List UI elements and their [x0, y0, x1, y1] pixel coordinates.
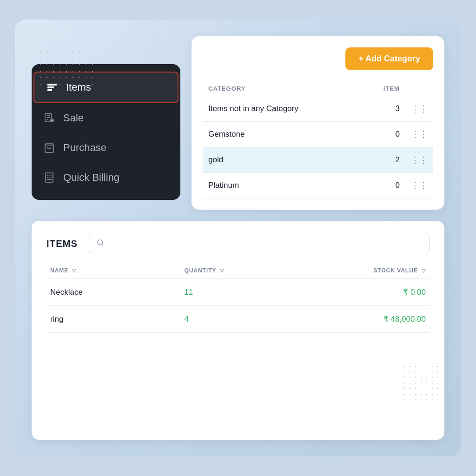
- sidebar-item-sale[interactable]: Sale: [32, 103, 180, 133]
- quantity-col-header: QUANTITY ▽: [180, 263, 276, 279]
- items-header: ITEMS: [46, 234, 430, 253]
- search-box: [89, 234, 430, 253]
- category-count-cell: 0: [377, 122, 405, 147]
- search-icon: [97, 239, 104, 248]
- category-table-row[interactable]: gold 2 ⋮⋮: [203, 147, 433, 173]
- item-quantity-cell: 11: [180, 279, 276, 306]
- sidebar-sale-label: Sale: [63, 112, 84, 124]
- category-more-button[interactable]: ⋮⋮: [405, 147, 433, 173]
- items-table-row[interactable]: ring 4 ₹ 48,000.00: [46, 306, 430, 333]
- category-count-cell: 3: [377, 96, 405, 122]
- stock-filter-icon[interactable]: ▽: [422, 268, 426, 274]
- item-quantity-cell: 4: [180, 306, 276, 333]
- category-name-cell: Platinum: [203, 173, 377, 198]
- item-col-header: ITEM: [377, 81, 405, 96]
- quantity-filter-icon[interactable]: ▽: [220, 268, 224, 274]
- category-table-row[interactable]: Gemstone 0 ⋮⋮: [203, 122, 433, 147]
- category-more-button[interactable]: ⋮⋮: [405, 96, 433, 122]
- category-name-cell: gold: [203, 147, 377, 173]
- category-table-row[interactable]: Items not in any Category 3 ⋮⋮: [203, 96, 433, 122]
- add-category-button[interactable]: + Add Category: [345, 47, 433, 70]
- search-input[interactable]: [109, 240, 422, 248]
- purchase-icon: [43, 141, 56, 154]
- category-table-row[interactable]: Platinum 0 ⋮⋮: [203, 173, 433, 198]
- sidebar-quick-billing-label: Quick Billing: [63, 172, 119, 184]
- category-name-cell: Items not in any Category: [203, 96, 377, 122]
- category-panel: + Add Category CATEGORY ITEM Items not i…: [192, 36, 444, 210]
- svg-rect-2: [47, 89, 52, 91]
- category-count-cell: 2: [377, 147, 405, 173]
- svg-rect-17: [47, 179, 52, 180]
- svg-rect-14: [47, 177, 48, 178]
- quick-billing-icon: [43, 171, 56, 184]
- item-name-cell: ring: [46, 306, 180, 333]
- items-panel: ITEMS NAME ▽ QU: [32, 221, 444, 440]
- item-name-cell: Necklace: [46, 279, 180, 306]
- svg-rect-13: [51, 175, 52, 176]
- svg-rect-12: [49, 175, 50, 176]
- name-col-header: NAME ▽: [46, 263, 180, 279]
- category-table: CATEGORY ITEM Items not in any Category …: [203, 81, 433, 198]
- item-stock-cell: ₹ 48,000.00: [276, 306, 430, 333]
- category-header: + Add Category: [203, 47, 433, 70]
- top-section: Items Sale: [32, 36, 444, 210]
- actions-col-header: [405, 81, 433, 96]
- items-table: NAME ▽ QUANTITY ▽ STOCK VALUE ▽ Necklace…: [46, 263, 430, 333]
- stock-col-header: STOCK VALUE ▽: [276, 263, 430, 279]
- sidebar-purchase-label: Purchase: [63, 142, 106, 154]
- category-name-cell: Gemstone: [203, 122, 377, 147]
- category-more-button[interactable]: ⋮⋮: [405, 122, 433, 147]
- svg-rect-16: [51, 177, 52, 178]
- decorative-dots-tl: [37, 42, 93, 88]
- category-count-cell: 0: [377, 173, 405, 198]
- svg-point-18: [98, 240, 103, 245]
- category-more-button[interactable]: ⋮⋮: [405, 173, 433, 198]
- sale-icon: [43, 112, 56, 125]
- svg-rect-15: [49, 177, 50, 178]
- name-filter-icon[interactable]: ▽: [72, 268, 76, 274]
- svg-line-19: [102, 244, 103, 245]
- sidebar-item-purchase[interactable]: Purchase: [32, 133, 180, 163]
- items-table-row[interactable]: Necklace 11 ₹ 0.00: [46, 279, 430, 306]
- svg-rect-11: [47, 175, 48, 176]
- sidebar-item-quick-billing[interactable]: Quick Billing: [32, 163, 180, 192]
- decorative-dots-br: [402, 364, 439, 401]
- outer-container: Items Sale: [15, 20, 461, 456]
- category-col-header: CATEGORY: [203, 81, 377, 96]
- item-stock-cell: ₹ 0.00: [276, 279, 430, 306]
- items-title: ITEMS: [46, 238, 78, 249]
